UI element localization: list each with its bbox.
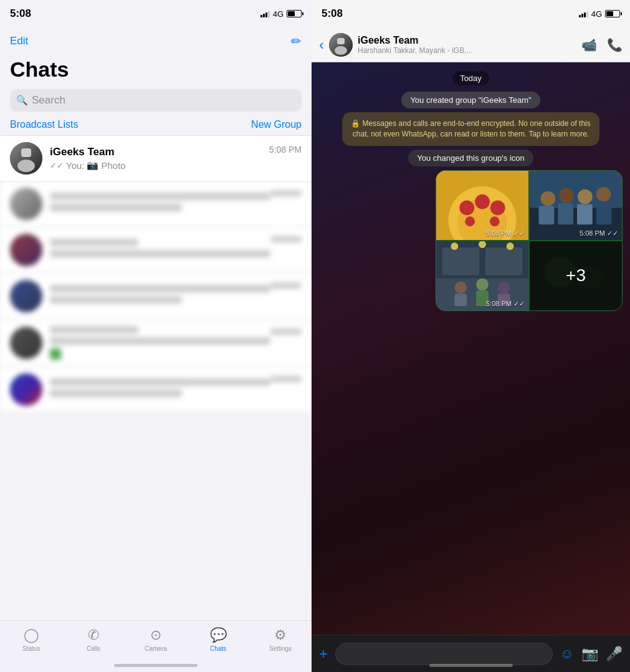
tab-settings[interactable]: ⚙ Settings [249,627,312,652]
signal-bar-3 [265,12,267,17]
svg-point-10 [475,194,490,209]
home-indicator [114,664,198,667]
chat-time: 5:08 PM [269,145,302,155]
signal-bar-2 [581,14,583,17]
settings-tab-icon: ⚙ [274,627,287,643]
camera-tab-icon: ⊙ [150,627,161,643]
svg-rect-4 [337,38,345,44]
blurred-time [270,282,302,289]
video-call-icon[interactable]: 📹 [581,37,597,52]
svg-point-11 [490,200,505,215]
tab-settings-label: Settings [269,645,292,652]
blurred-time [270,190,302,196]
svg-rect-1 [21,148,31,157]
blurred-time [270,236,302,242]
attachment-plus-button[interactable]: + [319,645,328,663]
chat-nav-bar: ‹ iGeeks Team Harshanki Takkar, Mayank -… [312,27,630,62]
status-tab-icon: ◯ [24,627,39,643]
chat-preview: ✓✓ You: 📷 Photo [50,160,269,171]
back-button[interactable]: ‹ [319,36,324,54]
svg-rect-23 [596,201,612,224]
tab-status[interactable]: ◯ Status [0,627,62,652]
svg-rect-22 [577,204,593,224]
preview-text: Photo [101,160,125,171]
blurred-line-short [50,390,182,397]
signal-bar-3 [584,12,586,17]
svg-rect-21 [558,203,573,224]
blurred-line [50,193,270,200]
photo-grid-bubble[interactable]: 5:08 PM ✓✓ [436,170,623,311]
photo-timestamp-3: 5:08 PM ✓✓ [486,300,525,308]
battery-fill [288,11,295,16]
blurred-content [50,378,270,401]
network-label: 4G [273,9,284,19]
group-info[interactable]: iGeeks Team Harshanki Takkar, Mayank - i… [358,35,576,55]
camera-button[interactable]: 📷 [581,646,598,662]
tab-chats[interactable]: 💬 Chats [187,627,249,652]
blurred-line-short [50,204,182,211]
edit-button[interactable]: Edit [10,35,28,47]
svg-point-17 [559,188,574,203]
chats-title: Chats [10,57,302,82]
svg-point-31 [454,281,467,294]
chat-name: iGeeks Team [50,146,269,158]
right-network-label: 4G [591,9,602,19]
blurred-content [50,193,270,215]
svg-rect-26 [442,247,479,276]
broadcast-lists-link[interactable]: Broadcast Lists [10,119,78,130]
blurred-line-short [50,296,182,304]
blurred-content [50,239,270,261]
tab-camera[interactable]: ⊙ Camera [125,627,187,652]
signal-bar-2 [263,14,265,17]
photo-cell-2: 5:08 PM ✓✓ [530,171,622,240]
right-home-indicator [429,664,513,667]
message-input-field[interactable] [335,643,553,665]
broadcast-bar: Broadcast Lists New Group [0,117,312,135]
left-nav-bar: Edit ✏ [0,27,312,55]
blurred-item [0,320,312,367]
microphone-button[interactable]: 🎤 [606,646,623,662]
blurred-chat-list [0,181,312,620]
blurred-avatar [10,327,42,359]
voice-call-icon[interactable]: 📞 [607,37,623,52]
right-battery-fill [606,11,613,16]
blurred-item [0,181,312,227]
blurred-item [0,274,312,319]
photo-grid: 5:08 PM ✓✓ [436,171,622,310]
group-members: Harshanki Takkar, Mayank - iGB,... [358,46,576,55]
svg-point-28 [451,242,458,250]
blurred-line [50,285,270,292]
new-group-link[interactable]: New Group [251,119,302,130]
search-bar[interactable]: 🔍 Search [10,89,302,112]
group-chat-avatar [329,33,353,57]
tab-calls[interactable]: ✆ Calls [62,627,125,652]
blurred-content [50,326,270,360]
search-icon: 🔍 [16,95,28,106]
svg-point-32 [476,278,489,290]
svg-rect-34 [454,294,467,306]
featured-chat-row[interactable]: iGeeks Team ✓✓ You: 📷 Photo 5:08 PM [0,135,312,181]
photo-timestamp-2: 5:08 PM ✓✓ [580,229,618,238]
blurred-content [50,285,270,307]
chat-messages: Today You created group "iGeeks Team" 🔒 … [312,62,630,635]
left-status-bar: 5:08 4G [0,0,312,27]
svg-point-2 [17,160,35,172]
blurred-avatar [10,234,42,266]
preview-you: You: [66,160,84,171]
svg-point-33 [498,281,510,294]
right-battery-icon [605,10,620,17]
blurred-item [0,228,312,273]
signal-bars-icon [260,10,270,17]
tab-status-label: Status [22,645,40,652]
signal-bar-1 [260,15,262,17]
icon-change-message: You changed this group's icon [408,150,533,166]
svg-point-16 [541,191,556,206]
date-badge: Today [452,71,489,85]
right-status-time: 5:08 [322,7,343,20]
compose-icon[interactable]: ✏ [291,34,302,49]
photo-cell-1: 5:08 PM ✓✓ [436,171,528,240]
sticker-button[interactable]: ☺ [560,646,574,662]
right-signal-bars-icon [579,10,588,17]
search-placeholder: Search [32,94,65,107]
blurred-line [50,326,138,334]
